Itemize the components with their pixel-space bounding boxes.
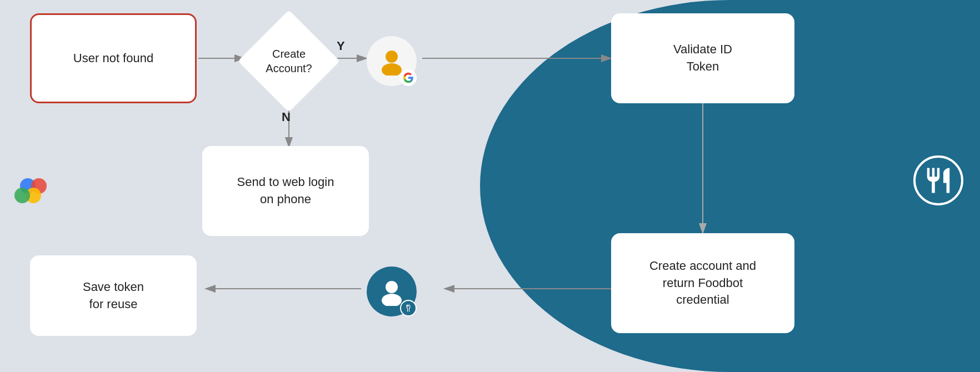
google-assistant-icon — [11, 167, 56, 211]
validate-id-label: Validate ID Token — [673, 41, 732, 76]
create-account-label: Create account and return Foodbot creden… — [649, 258, 756, 309]
google-user-icon — [367, 36, 417, 86]
svg-point-11 — [386, 281, 398, 293]
person-icon — [377, 47, 406, 76]
foodbot-right-icon — [913, 155, 963, 205]
validate-id-box: Validate ID Token — [611, 13, 794, 103]
foodbot-user-icon — [367, 267, 417, 316]
save-token-label: Save token for reuse — [83, 279, 144, 313]
fork-knife-icon — [923, 165, 953, 195]
user-not-found-label: User not found — [73, 50, 153, 67]
send-to-web-box: Send to web login on phone — [202, 146, 369, 236]
user-not-found-box: User not found — [30, 13, 197, 103]
svg-point-12 — [382, 294, 402, 306]
create-account-diamond — [238, 10, 340, 112]
send-to-web-label: Send to web login on phone — [237, 174, 334, 208]
svg-point-17 — [14, 188, 30, 203]
google-g-icon — [403, 72, 414, 83]
fork-spoon-badge-icon — [403, 303, 413, 313]
person-foodbot-icon — [377, 277, 406, 306]
save-token-box: Save token for reuse — [30, 255, 197, 336]
svg-point-9 — [386, 51, 398, 63]
svg-point-10 — [382, 63, 402, 76]
create-account-diamond-wrapper: Create Account? — [244, 17, 333, 105]
create-account-box: Create account and return Foodbot creden… — [611, 233, 794, 333]
yes-label: Y — [337, 39, 345, 53]
no-label: N — [282, 110, 291, 124]
